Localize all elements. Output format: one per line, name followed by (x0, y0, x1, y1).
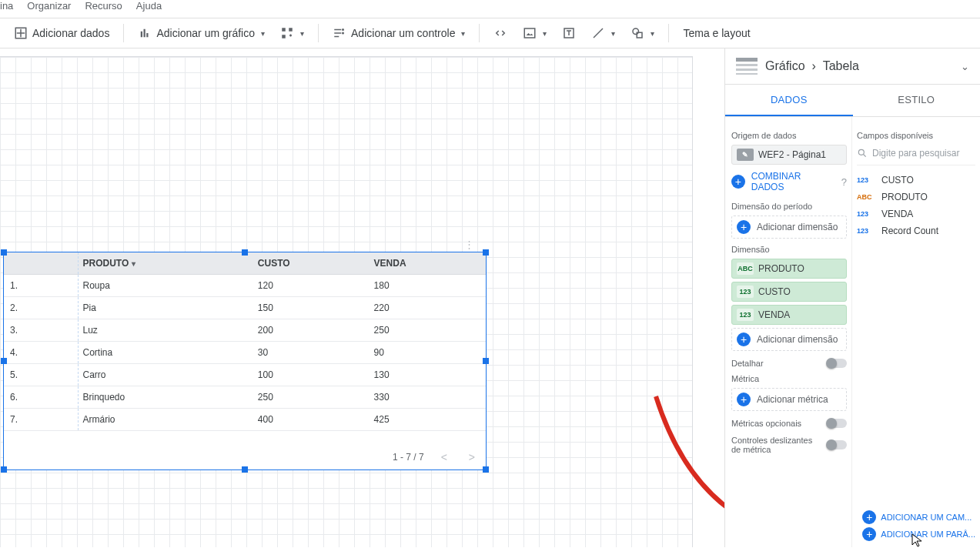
add-dimension[interactable]: + Adicionar dimensão (731, 328, 847, 351)
help-icon[interactable]: ? (841, 176, 847, 188)
add-control-button[interactable]: Adicionar um controle ▾ (326, 22, 471, 45)
breadcrumb[interactable]: Gráfico › Tabela (765, 59, 859, 73)
available-field[interactable]: 123VENDA (857, 206, 975, 222)
sliders-label: Controles deslizantes de métrica (731, 436, 816, 454)
field-name: PRODUTO (881, 192, 928, 202)
cell-venda: 90 (370, 342, 486, 364)
chevron-down-icon: ▾ (651, 29, 654, 38)
menu-item[interactable]: Organizar (27, 0, 71, 12)
header-venda[interactable]: VENDA (370, 252, 486, 275)
add-data-button[interactable]: Adicionar dados (8, 22, 115, 45)
available-field[interactable]: ABCPRODUTO (857, 189, 975, 206)
add-period-dimension[interactable]: + Adicionar dimensão (731, 216, 847, 239)
cell-produto: Carro (78, 364, 253, 386)
dimension-chip[interactable]: ABCPRODUTO (731, 259, 847, 279)
plus-icon: + (862, 510, 876, 524)
control-icon (333, 26, 346, 40)
metric-label: Métrica (731, 374, 847, 383)
chart-options-icon[interactable]: ⋮ (464, 239, 475, 250)
sliders-row: Controles deslizantes de métrica (731, 436, 847, 454)
drill-toggle[interactable] (827, 359, 847, 368)
data-table: PRODUTO▾ CUSTO VENDA 1. Roupa 120 1802. … (4, 252, 486, 431)
datasource-label: Origem de dados (731, 131, 847, 140)
header-custo[interactable]: CUSTO (253, 252, 370, 275)
image-button[interactable]: ▾ (517, 22, 553, 45)
available-fields: Campos disponíveis Digite para pesquisar… (852, 117, 980, 547)
tab-data[interactable]: DADOS (725, 85, 853, 116)
header-produto[interactable]: PRODUTO▾ (78, 252, 253, 275)
main-area: ⋮ PRODUTO▾ CUSTO VENDA 1. Roupa (0, 48, 980, 547)
pager-next[interactable]: > (464, 449, 480, 465)
sliders-toggle[interactable] (827, 440, 847, 449)
type-badge: 123 (857, 210, 875, 218)
table-row: 6. Brinquedo 250 330 (4, 386, 486, 409)
tab-style[interactable]: ESTILO (853, 85, 981, 116)
table-row: 5. Carro 100 130 (4, 364, 486, 386)
embed-icon (493, 26, 507, 40)
available-field[interactable]: 123Record Count (857, 222, 975, 239)
resize-handle[interactable] (1, 358, 7, 364)
row-index: 5. (4, 364, 78, 386)
cell-custo: 250 (253, 386, 370, 409)
resize-handle[interactable] (1, 249, 7, 256)
toolbar: Adicionar dados Adicionar um gráfico ▾ ▾… (0, 18, 980, 48)
cell-custo: 150 (253, 297, 370, 319)
plus-icon: + (737, 332, 751, 346)
cell-custo: 400 (253, 409, 370, 431)
chart-icon (138, 26, 152, 40)
field-search[interactable]: Digite para pesquisar (857, 145, 975, 165)
canvas[interactable]: ⋮ PRODUTO▾ CUSTO VENDA 1. Roupa (0, 48, 724, 547)
svg-rect-12 (736, 68, 758, 71)
search-placeholder: Digite para pesquisar (872, 148, 959, 159)
cell-produto: Roupa (78, 275, 253, 297)
community-viz-button[interactable]: ▾ (274, 22, 310, 45)
resize-handle[interactable] (483, 466, 489, 473)
shape-button[interactable]: ▾ (624, 22, 661, 45)
optional-metrics-row: Métricas opcionais (731, 419, 847, 428)
type-badge: 123 (857, 176, 875, 184)
menu-item[interactable]: Ajuda (136, 0, 162, 12)
table-chart[interactable]: ⋮ PRODUTO▾ CUSTO VENDA 1. Roupa (3, 252, 487, 470)
dimension-chip[interactable]: 123CUSTO (731, 282, 847, 302)
resize-handle[interactable] (242, 249, 248, 256)
resize-handle[interactable] (242, 466, 248, 473)
embed-button[interactable] (487, 22, 513, 45)
combine-data-button[interactable]: + COMBINAR DADOS ? (731, 168, 847, 195)
add-metric[interactable]: + Adicionar métrica (731, 388, 847, 411)
row-index: 7. (4, 409, 78, 431)
line-button[interactable]: ▾ (585, 22, 621, 45)
cell-venda: 425 (370, 409, 486, 431)
svg-point-8 (633, 28, 639, 35)
pager-text: 1 - 7 / 7 (393, 452, 424, 463)
cell-produto: Cortina (78, 342, 253, 364)
table-row: 7. Armário 400 425 (4, 409, 486, 431)
table-type-icon (736, 58, 758, 75)
available-field[interactable]: 123CUSTO (857, 172, 975, 189)
cell-produto: Luz (78, 319, 253, 342)
svg-rect-1 (282, 28, 286, 32)
plus-icon: + (862, 527, 876, 541)
type-123-icon: 123 (737, 286, 754, 298)
menu-item[interactable]: Recurso (85, 0, 122, 12)
chevron-down-icon: ▾ (261, 29, 265, 38)
add-chart-button[interactable]: Adicionar um gráfico ▾ (132, 22, 271, 45)
cell-custo: 30 (253, 342, 370, 364)
optional-metrics-toggle[interactable] (827, 419, 847, 428)
expand-icon[interactable]: ⌄ (961, 61, 969, 72)
image-icon (523, 26, 537, 40)
resize-handle[interactable] (483, 249, 489, 256)
resize-handle[interactable] (1, 466, 7, 473)
text-button[interactable] (556, 22, 582, 45)
pager-prev[interactable]: < (436, 449, 452, 465)
row-index: 3. (4, 319, 78, 342)
panel-tabs: DADOS ESTILO (725, 85, 980, 117)
menu-item[interactable]: ina (0, 0, 13, 12)
svg-point-5 (342, 32, 344, 35)
table-row: 1. Roupa 120 180 (4, 275, 486, 297)
dimension-chip[interactable]: 123VENDA (731, 305, 847, 325)
add-parameter-button[interactable]: + ADICIONAR UM PARÂ... (862, 527, 975, 541)
resize-handle[interactable] (483, 358, 489, 364)
theme-layout-button[interactable]: Tema e layout (677, 22, 756, 44)
datasource-chip[interactable]: ✎ WEF2 - Página1 (731, 145, 847, 165)
add-field-button[interactable]: + ADICIONAR UM CAM... (862, 510, 975, 524)
